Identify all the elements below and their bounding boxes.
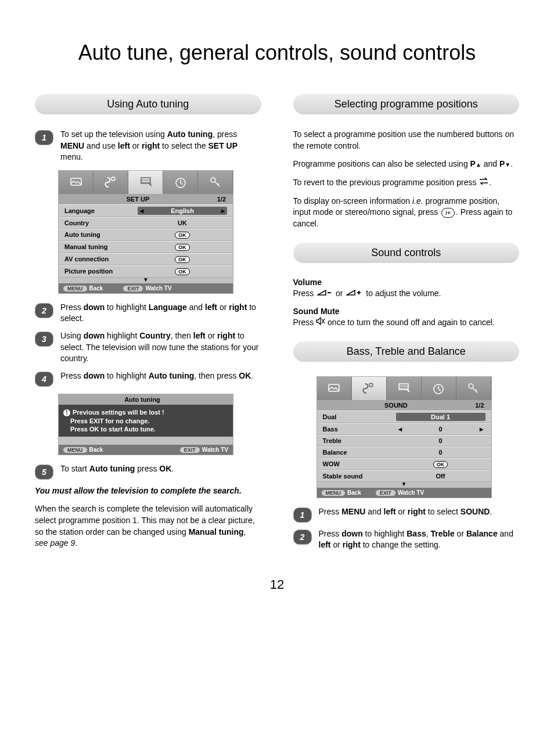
osd-page: 1/2 — [217, 196, 226, 203]
osd-sound: SOUND1/2 DualDual 1Bass0◀▶Treble0Balance… — [316, 376, 492, 498]
svg-point-1 — [111, 177, 115, 181]
step-text-5: To start Auto tuning press OK. — [60, 463, 261, 480]
step-badge-1: 1 — [35, 130, 53, 145]
step-badge-4: 4 — [35, 372, 53, 387]
volume-subhead: Volume — [293, 278, 520, 287]
tab-sound-icon — [352, 377, 387, 400]
step-text-r1: Press MENU and left or right to select S… — [319, 506, 520, 523]
volume-plus-icon — [346, 288, 362, 300]
mute-icon — [316, 317, 325, 329]
tab-key-icon — [198, 171, 233, 194]
svg-point-6 — [369, 383, 373, 387]
mute-text: Press once to turn the sound off and aga… — [293, 317, 520, 329]
tab-key-icon — [456, 377, 491, 400]
para-numbered-buttons: To select a programme position use the n… — [293, 129, 520, 152]
tab-picture-icon — [317, 377, 352, 400]
step-text-r2: Press down to highlight Bass, Treble or … — [319, 528, 520, 551]
heading-bass-treble: Bass, Treble and Balance — [293, 341, 520, 362]
osd-tabbar — [59, 171, 233, 194]
mute-subhead: Sound Mute — [293, 307, 520, 316]
step-badge-3: 3 — [35, 332, 53, 347]
osd-title: SET UP — [59, 196, 217, 203]
tab-setup-icon — [128, 171, 163, 194]
step-badge-5: 5 — [35, 465, 53, 480]
tab-setup-icon — [387, 377, 422, 400]
step-badge-2: 2 — [35, 303, 53, 318]
right-column: Selecting programme positions To select … — [293, 94, 520, 557]
volume-minus-icon — [317, 288, 332, 300]
osd-rows: DualDual 1Bass0◀▶Treble0Balance0WOWOKSta… — [317, 411, 491, 482]
step-text-3: Using down highlight Country, then left … — [60, 330, 261, 365]
step-badge-r2: 2 — [293, 530, 312, 545]
osd-autotune-warn: Auto tuning !Previous settings will be l… — [58, 394, 233, 455]
warning-icon: ! — [63, 409, 70, 416]
svg-point-4 — [211, 178, 215, 182]
p-down-icon — [505, 159, 510, 170]
note-complete-search: You must allow the television to complet… — [35, 485, 261, 497]
svg-point-9 — [469, 384, 473, 388]
left-column: Using Auto tuning 1 To set up the televi… — [35, 94, 261, 557]
swap-icon — [479, 177, 489, 189]
heading-auto-tuning: Using Auto tuning — [35, 94, 261, 114]
osd-rows: LanguageEnglish◀▶CountryUKAuto tuningOKM… — [59, 204, 233, 278]
heading-sound-controls: Sound controls — [293, 243, 520, 263]
para-revert: To revert to the previous programme posi… — [293, 177, 520, 189]
osd-setup: SET UP1/2 LanguageEnglish◀▶CountryUKAuto… — [58, 170, 233, 294]
page-title: Auto tune, general controls, sound contr… — [35, 41, 519, 65]
step-text-1: To set up the television using Auto tuni… — [60, 129, 261, 163]
p-up-icon — [476, 159, 481, 170]
heading-programme-positions: Selecting programme positions — [293, 94, 520, 114]
closing-paragraph: When the search is complete the televisi… — [35, 503, 261, 549]
step-text-2: Press down to highlight Language and lef… — [60, 302, 261, 325]
step-text-4: Press down to highlight Auto tuning, the… — [60, 370, 261, 387]
step-badge-r1: 1 — [293, 507, 312, 523]
tab-sound-icon — [93, 171, 128, 194]
para-info: To display on-screen information i.e. pr… — [293, 196, 520, 230]
para-p-up-down: Programme positions can also be selected… — [293, 159, 520, 170]
tab-timer-icon — [163, 171, 198, 194]
volume-text: Press or to adjust the volume. — [293, 288, 520, 300]
tab-picture-icon — [59, 171, 93, 194]
page-number: 12 — [35, 577, 519, 592]
info-button-icon: i+ — [441, 208, 455, 218]
tab-timer-icon — [422, 377, 456, 400]
